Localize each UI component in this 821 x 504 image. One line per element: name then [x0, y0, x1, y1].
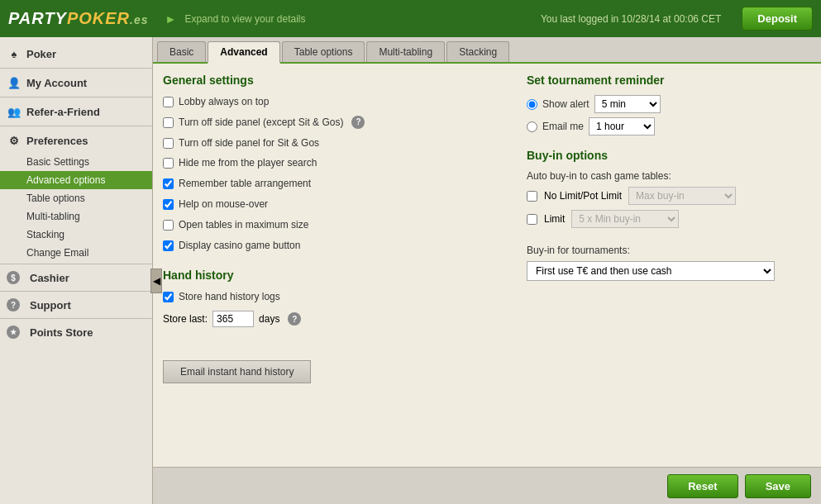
sidebar-item-poker[interactable]: ♠ Poker — [0, 41, 152, 66]
expand-arrow-icon: ► — [165, 12, 177, 26]
store-last-input[interactable] — [212, 311, 254, 327]
lobby-top-checkbox[interactable] — [163, 97, 174, 107]
sidebar-item-table-options[interactable]: Table options — [0, 189, 152, 207]
email-me-radio[interactable] — [527, 121, 537, 132]
support-icon: ? — [7, 298, 20, 311]
preferences-icon: ⚙ — [7, 133, 21, 148]
limit-checkbox[interactable] — [527, 214, 537, 225]
general-settings-title: General settings — [163, 74, 510, 87]
store-hand-history-checkbox[interactable] — [163, 292, 174, 302]
no-limit-select[interactable]: Max buy-in — [628, 187, 736, 205]
limit-label: Limit — [544, 213, 565, 225]
open-max-checkbox[interactable] — [163, 220, 174, 231]
remember-table-checkbox[interactable] — [163, 178, 174, 189]
store-last-label: Store last: — [163, 313, 208, 325]
buy-in-title: Buy-in options — [527, 149, 811, 162]
casino-btn-label: Display casino game button — [179, 239, 300, 253]
checkbox-help-mouse: Help on mouse-over — [163, 197, 510, 212]
store-last-row: Store last: days ? — [163, 311, 510, 327]
show-alert-radio[interactable] — [527, 99, 537, 110]
last-login-text: You last logged in 10/28/14 at 00:06 CET — [541, 13, 721, 25]
show-alert-label: Show alert — [542, 98, 589, 110]
sidebar-item-stacking[interactable]: Stacking — [0, 226, 152, 244]
turn-off-side-label: Turn off side panel (except Sit & Gos) — [179, 116, 343, 130]
casino-btn-checkbox[interactable] — [163, 240, 174, 251]
checkbox-lobby-top: Lobby always on top — [163, 95, 510, 109]
save-button[interactable]: Save — [745, 474, 811, 498]
poker-icon: ♠ — [7, 46, 21, 61]
tournament-buy-in-section: Buy-in for tournaments: First use T€ and… — [527, 245, 811, 281]
help-mouse-checkbox[interactable] — [163, 199, 174, 210]
account-icon: 👤 — [7, 75, 21, 90]
tab-multi-tabling[interactable]: Multi-tabling — [366, 41, 445, 62]
content-area: Basic Advanced Table options Multi-tabli… — [153, 37, 821, 504]
sidebar-item-cashier[interactable]: $ Cashier — [0, 266, 152, 289]
sidebar-item-multi-tabling[interactable]: Multi-tabling — [0, 207, 152, 226]
checkbox-remember-table: Remember table arrangement — [163, 177, 510, 191]
hide-search-label: Hide me from the player search — [179, 156, 317, 170]
tab-advanced[interactable]: Advanced — [208, 41, 279, 64]
main-layout: ♠ Poker 👤 My Account 👥 Refer-a-Friend ⚙ … — [0, 37, 821, 504]
limit-select[interactable]: 5 x Min buy-in — [571, 210, 679, 228]
tournament-reminder-title: Set tournament reminder — [527, 74, 811, 87]
alert-time-select[interactable]: 5 min 10 min 15 min 30 min 1 hour — [594, 95, 661, 113]
no-limit-row: No Limit/Pot Limit Max buy-in — [527, 187, 811, 205]
right-panel: Set tournament reminder Show alert 5 min… — [527, 74, 811, 457]
help-icon-store-last[interactable]: ? — [288, 312, 301, 326]
tab-basic[interactable]: Basic — [157, 41, 206, 62]
sidebar-item-change-email[interactable]: Change Email — [0, 244, 152, 262]
logo: PARTYPOKER.es — [8, 9, 149, 28]
cashier-icon: $ — [7, 271, 20, 284]
turn-off-side-checkbox[interactable] — [163, 117, 174, 128]
turn-off-sit-label: Turn off side panel for Sit & Gos — [179, 136, 319, 150]
reset-button[interactable]: Reset — [667, 474, 737, 498]
left-panel: General settings Lobby always on top Tur… — [163, 74, 510, 457]
email-time-select[interactable]: 1 hour 2 hours 3 hours — [589, 117, 655, 136]
buy-in-section: Buy-in options Auto buy-in to cash game … — [527, 149, 811, 228]
content-body: General settings Lobby always on top Tur… — [153, 64, 821, 467]
top-bar: PARTYPOKER.es ► Expand to view your deta… — [0, 0, 821, 37]
tournament-buy-in-label: Buy-in for tournaments: — [527, 245, 811, 256]
hide-search-checkbox[interactable] — [163, 158, 174, 169]
lobby-top-label: Lobby always on top — [179, 95, 269, 109]
sidebar: ♠ Poker 👤 My Account 👥 Refer-a-Friend ⚙ … — [0, 37, 153, 504]
store-hand-history-row: Store hand history logs — [163, 290, 510, 304]
hand-history-title: Hand history — [163, 269, 510, 282]
help-mouse-label: Help on mouse-over — [179, 197, 268, 212]
email-me-label: Email me — [542, 121, 584, 132]
days-unit: days — [259, 313, 279, 325]
sidebar-collapse-button[interactable]: ◀ — [150, 269, 162, 293]
checkbox-turn-off-sit: Turn off side panel for Sit & Gos — [163, 136, 510, 150]
tab-stacking[interactable]: Stacking — [446, 41, 509, 62]
expand-text[interactable]: Expand to view your details — [184, 13, 305, 25]
no-limit-checkbox[interactable] — [527, 191, 537, 202]
no-limit-label: No Limit/Pot Limit — [544, 190, 622, 202]
auto-buy-in-label: Auto buy-in to cash game tables: — [527, 170, 811, 182]
sidebar-item-points-store[interactable]: ★ Points Store — [0, 321, 152, 344]
email-hand-history-button[interactable]: Email instant hand history — [163, 360, 311, 383]
checkbox-open-max: Open tables in maximum size — [163, 218, 510, 232]
checkbox-turn-off-side: Turn off side panel (except Sit & Gos) ? — [163, 116, 510, 130]
store-hand-history-label: Store hand history logs — [179, 290, 280, 304]
sidebar-item-refer-a-friend[interactable]: 👥 Refer-a-Friend — [0, 99, 152, 124]
sidebar-item-basic-settings[interactable]: Basic Settings — [0, 153, 152, 171]
tournament-buy-in-select[interactable]: First use T€ and then use cash Always us… — [527, 261, 775, 281]
checkbox-casino-btn: Display casino game button — [163, 239, 510, 253]
sidebar-item-preferences[interactable]: ⚙ Preferences — [0, 128, 152, 153]
preferences-submenu: Basic Settings Advanced options Table op… — [0, 153, 152, 262]
points-store-icon: ★ — [7, 326, 20, 339]
sidebar-item-my-account[interactable]: 👤 My Account — [0, 70, 152, 95]
hand-history-section: Hand history Store hand history logs Sto… — [163, 269, 510, 383]
turn-off-sit-checkbox[interactable] — [163, 138, 174, 149]
tournament-reminder-section: Set tournament reminder Show alert 5 min… — [527, 74, 811, 136]
email-me-row: Email me 1 hour 2 hours 3 hours — [527, 117, 811, 136]
refer-icon: 👥 — [7, 104, 21, 119]
open-max-label: Open tables in maximum size — [179, 218, 308, 232]
sidebar-item-advanced-options[interactable]: Advanced options — [0, 171, 152, 189]
show-alert-row: Show alert 5 min 10 min 15 min 30 min 1 … — [527, 95, 811, 113]
help-icon-turn-off[interactable]: ? — [351, 116, 365, 129]
sidebar-item-support[interactable]: ? Support — [0, 293, 152, 316]
deposit-button[interactable]: Deposit — [742, 7, 813, 31]
tab-table-options[interactable]: Table options — [282, 41, 365, 62]
bottom-bar: Reset Save — [153, 467, 821, 504]
